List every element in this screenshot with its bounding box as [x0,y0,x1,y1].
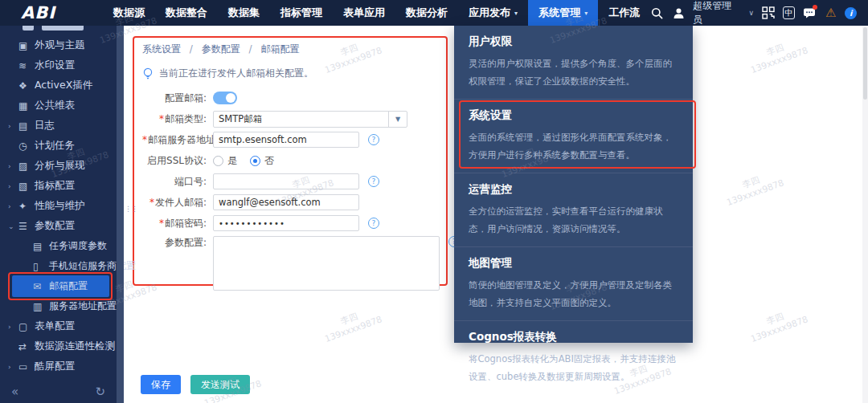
nav-item-app-publish[interactable]: 应用发布 ▾ [458,0,528,26]
sidebar-item-parameter-config[interactable]: ⌄ ☰ 参数配置 [0,216,117,236]
panel-section-description: 简便的地图管理及定义，方便用户管理及定制各类地图，并支持自定义平面图的定义。 [469,276,678,311]
server-icon: ▥ [33,301,49,312]
save-button[interactable]: 保存 [141,375,181,394]
breadcrumb-mail-config[interactable]: 邮箱配置 [260,43,299,55]
sidebar-item-performance-maintenance[interactable]: › ✦ 性能与维护 [0,196,117,216]
resize-grip-icon[interactable]: ⋮⋮ [125,207,137,211]
mail-type-select[interactable]: SMTP邮箱 ▼ [213,111,407,128]
topnav-right-cluster: 超级管理员 ∨ 中 ⚠ i [650,0,868,26]
sidebar-item-analysis-display[interactable]: › ▨ 分析与展现 [0,156,117,176]
nav-item-label: 指标管理 [280,6,322,20]
sidebar-item-label: 参数配置 [35,219,75,233]
help-icon[interactable]: ? [368,176,379,187]
panel-section-title: 运营监控 [469,182,678,197]
system-mgmt-dropdown-panel: 用户权限 灵活的用户权限设置，提供多个角度、多个层面的权限管理，保证了企业级数据… [454,26,693,343]
sidebar-item-appearance-theme[interactable]: ▣ 外观与主题 [0,35,117,55]
sidebar-item-scheduled-tasks[interactable]: ◷ 计划任务 [0,136,117,156]
enable-mail-toggle[interactable] [213,92,237,104]
panel-section-user-permissions[interactable]: 用户权限 灵活的用户权限设置，提供多个角度、多个层面的权限管理，保证了企业级数据… [454,26,693,99]
sidebar-item-form-config[interactable]: › ▢ 表单配置 [0,316,117,336]
radio-circle-icon [250,156,260,166]
nav-item-dataset[interactable]: 数据集 ▾ [218,0,270,26]
chevron-down-icon[interactable]: ∨ [749,9,755,17]
expand-arrow-icon[interactable]: › [8,162,18,170]
tip-text: 当前正在进行发件人邮箱相关配置。 [159,67,313,80]
search-icon[interactable] [650,6,665,20]
sidebar-item-task-schedule-params[interactable]: ▤ 任务调度参数 [0,236,117,256]
refresh-icon[interactable]: ↻ [95,385,105,399]
form-row-sender: 发件人邮箱: [142,194,446,210]
nav-item-data-integration[interactable]: 数据整合 ▾ [155,0,218,26]
language-switch-icon[interactable]: 中 [783,6,796,19]
ssl-radio-no[interactable]: 否 [250,154,274,168]
form-row-params: 参数配置: ? [142,236,446,291]
form-row-enable-mail: 配置邮箱: [142,90,446,106]
panel-section-map-management[interactable]: 地图管理 简便的地图管理及定义，方便用户管理及定制各类地图，并支持自定义平面图的… [454,246,693,320]
sidebar-item-label: 日志 [35,119,55,132]
breadcrumb-system-settings[interactable]: 系统设置 [142,43,181,55]
messages-icon[interactable] [802,6,817,20]
nav-item-workflow[interactable]: 工作流 ▾ [598,0,650,26]
expand-arrow-icon[interactable]: ⌄ [8,222,18,230]
port-input[interactable] [213,173,359,189]
sidebar-item-watermark-settings[interactable]: ≋ 水印设置 [0,55,117,75]
send-test-button[interactable]: 发送测试 [190,375,250,394]
collapse-sidebar-icon[interactable]: « [11,385,18,399]
sidebar-item-mail-config[interactable]: ✉ 邮箱配置 [0,276,117,296]
nav-item-metric-mgmt[interactable]: 指标管理 ▾ [270,0,333,26]
current-user-label[interactable]: 超级管理员 [693,0,739,26]
panel-section-operations-monitoring[interactable]: 运营监控 全方位的运营监控，实时查看平台运行的健康状态，用户访问情况，资源访问情… [454,173,693,246]
sidebar-item-logs[interactable]: › ▤ 日志 [0,116,117,136]
sidebar-item-server-address-config[interactable]: ▥ 服务器地址配置 [0,296,117,316]
panel-section-title: Cognos报表转换 [469,330,678,344]
password-input[interactable] [213,215,359,231]
sidebar-menu: ▣ 外观与主题 ≋ 水印设置 ❖ ActiveX插件 ▦ [0,35,117,377]
sender-input[interactable] [213,194,359,210]
expand-arrow-icon[interactable]: › [8,202,18,210]
expand-arrow-icon[interactable]: › [8,363,18,371]
panel-section-description: 全方位的运营监控，实时查看平台运行的健康状态，用户访问情况，资源访问情况等。 [469,202,678,238]
info-icon[interactable]: i [845,7,857,19]
chevron-down-icon: ▾ [514,10,518,17]
warning-icon[interactable]: ⚠ [824,6,838,20]
tools-icon: ✦ [18,201,35,212]
sidebar-item-metric-config[interactable]: › ▧ 指标配置 [0,176,117,196]
panel-section-cognos-conversion[interactable]: Cognos报表转换 将Cognos报表转化为ABI固定报表，并支持连接池设置、… [454,320,693,394]
panel-section-description: 全面的系统管理，通过图形化界面配置系统对象，方便用户进行多种系统参数配置与查看。 [469,128,678,164]
nav-item-system-mgmt[interactable]: 系统管理 ▾ [528,0,598,26]
notification-badge [813,5,817,10]
qr-code-icon[interactable] [761,6,776,20]
sidebar-item-label: ActiveX插件 [35,79,92,92]
expand-arrow-icon[interactable]: › [8,122,18,130]
sidebar-item-label: 指标配置 [35,179,75,193]
sidebar-item-label: 公共维表 [35,99,75,112]
nav-item-data-analysis[interactable]: 数据分析 ▾ [395,0,458,26]
expand-arrow-icon[interactable]: › [8,323,18,331]
params-icon: ☰ [18,221,35,232]
breadcrumb-separator: / [249,43,252,55]
params-textarea[interactable] [213,236,440,291]
sidebar-item-public-dim-table[interactable]: ▦ 公共维表 [0,96,117,116]
nav-item-form-app[interactable]: 表单应用 ▾ [333,0,395,26]
sidebar-item-label: 外观与主题 [35,39,85,52]
nav-item-data-source[interactable]: 数据源 ▾ [103,0,155,26]
sidebar-scrollbar[interactable] [117,26,124,403]
expand-arrow-icon[interactable]: › [8,182,18,190]
help-icon[interactable]: ? [368,134,379,145]
sidebar-item-activex-plugin[interactable]: ❖ ActiveX插件 [0,75,117,96]
params-label: 参数配置 [165,237,203,248]
help-icon[interactable]: ? [368,218,379,229]
enable-mail-label: 配置邮箱 [165,92,203,104]
sidebar-item-label: 分析与展现 [35,159,85,173]
breadcrumb-parameter-config[interactable]: 参数配置 [202,43,240,55]
mail-type-value: SMTP邮箱 [214,113,388,125]
server-address-input[interactable] [213,132,359,148]
ssl-radio-yes[interactable]: 是 [213,154,237,168]
sidebar-item-coolscreen-config[interactable]: › ▭ 酷屏配置 [0,356,117,377]
chevron-down-icon[interactable]: ▼ [388,112,407,127]
watermark-icon: ≋ [18,60,35,71]
sidebar-item-datasource-connectivity[interactable]: ⇄ 数据源连通性检测 [0,336,117,356]
user-avatar-icon[interactable] [672,6,686,20]
page-scrollbar[interactable] [862,26,868,403]
panel-section-system-settings[interactable]: 系统设置 全面的系统管理，通过图形化界面配置系统对象，方便用户进行多种系统参数配… [454,99,693,173]
